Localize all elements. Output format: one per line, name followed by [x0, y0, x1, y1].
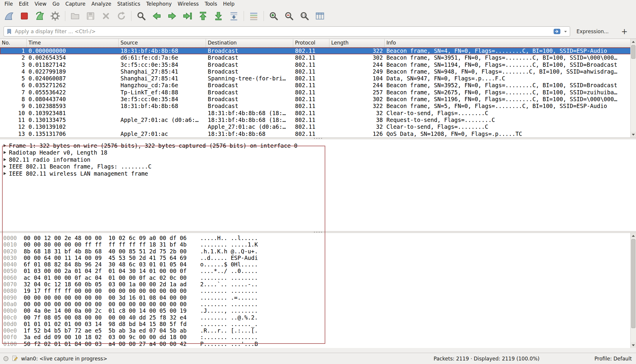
go-to-packet-button[interactable] — [180, 9, 195, 23]
detail-line-2[interactable]: Radiotap Header v0, Length 18 — [3, 149, 636, 156]
packet-row-7[interactable]: 70.055536422Tp-LinkT_ef:48:88Broadcast80… — [0, 89, 636, 96]
cell-info: Beacon frame, SN=1196, FN=0, Flags=.....… — [385, 96, 636, 103]
display-filter-field[interactable] — [4, 26, 570, 36]
detail-line-4[interactable]: IEEE 802.11 Beacon frame, Flags: .......… — [3, 163, 636, 170]
packet-row-8[interactable]: 80.0804437403e:f5:cc:0e:35:84Broadcast80… — [0, 96, 636, 103]
packet-row-2[interactable]: 20.002654354d6:61:fe:cd:7a:6eBroadcast80… — [0, 54, 636, 61]
find-packet-button[interactable] — [134, 9, 149, 23]
save-file-button[interactable] — [83, 9, 98, 23]
restart-capture-button[interactable] — [32, 9, 47, 23]
go-first-button[interactable] — [195, 9, 211, 23]
hex-row-0020[interactable]: 00208b 68 18 31 bf 4b 8b 68 40 00 85 51 … — [3, 248, 636, 255]
add-filter-button[interactable]: + — [619, 28, 629, 35]
packet-row-3[interactable]: 30.0118271423c:f5:cc:0e:35:84Broadcast80… — [0, 61, 636, 68]
packet-row-4[interactable]: 40.022799189Shanghai_27:85:41Broadcast80… — [0, 68, 636, 75]
hex-row-00d0[interactable]: 00d001 01 01 02 01 00 03 14 98 d8 bd b4 … — [3, 321, 636, 327]
scroll-down-button[interactable] — [631, 342, 636, 348]
resize-columns-button[interactable] — [312, 9, 328, 23]
menu-item-go[interactable]: Go — [50, 1, 63, 7]
expander-icon[interactable] — [4, 144, 6, 147]
menu-item-wireless[interactable]: Wireless — [175, 1, 202, 7]
go-forward-button[interactable] — [164, 9, 180, 23]
menu-item-statistics[interactable]: Statistics — [114, 1, 143, 7]
hex-row-00e0[interactable]: 00e01f 52 b4 b5 b7 72 ae e5 5b ab 3a ed … — [3, 327, 636, 334]
hex-row-00a0[interactable]: 00a000 00 00 00 00 00 00 00 00 00 00 00 … — [3, 301, 636, 307]
hex-row-0070[interactable]: 007032 04 0c 12 18 60 0b 05 03 00 1a 00 … — [3, 281, 636, 287]
zoom-out-button[interactable] — [281, 9, 297, 23]
filter-bookmark-icon[interactable] — [6, 28, 12, 35]
menu-item-telephony[interactable]: Telephony — [143, 1, 175, 7]
hex-row-0080[interactable]: 008019 17 ff ff ff 00 00 00 00 00 00 00 … — [3, 287, 636, 294]
zoom-original-button[interactable]: 1:1 — [297, 9, 312, 23]
column-header-info[interactable]: Info — [385, 39, 636, 47]
reload-button[interactable] — [114, 9, 129, 23]
expander-icon[interactable] — [4, 158, 6, 161]
expander-icon[interactable] — [4, 165, 6, 168]
scroll-down-button[interactable] — [631, 132, 636, 137]
scrollbar-thumb[interactable] — [631, 239, 635, 328]
hex-row-00f0[interactable]: 00f03a ed dd 09 00 10 18 02 03 00 9c 00 … — [3, 334, 636, 340]
detail-line-1[interactable]: Frame 1: 322 bytes on wire (2576 bits), … — [3, 142, 636, 149]
menu-item-capture[interactable]: Capture — [62, 1, 88, 7]
packet-row-11[interactable]: 110.130133475Apple_27:01:ac (d0:a6:…18:3… — [0, 117, 636, 123]
packet-row-1[interactable]: 10.00000000018:31:bf:4b:8b:68Broadcast80… — [0, 47, 636, 54]
hex-row-0060[interactable]: 0060ac 04 01 00 00 0f ac 04 01 00 00 0f … — [3, 274, 636, 281]
display-filter-input[interactable] — [15, 28, 551, 34]
hex-row-0100[interactable]: 010050 f2 02 01 01 84 00 03 a4 00 00 27 … — [3, 341, 636, 347]
packet-row-6[interactable]: 60.035271262Hangzhou_cd:7a:6eBroadcast80… — [0, 82, 636, 89]
packet-list-scrollbar[interactable] — [630, 39, 636, 137]
packet-row-10[interactable]: 100.10392348118:31:bf:4b:8b:68 (18:…802.… — [0, 110, 636, 117]
open-file-button[interactable] — [67, 9, 83, 23]
expander-icon[interactable] — [4, 151, 6, 154]
expert-info-icon[interactable] — [3, 356, 9, 362]
scrollbar-track[interactable] — [631, 44, 636, 132]
hex-row-0090[interactable]: 009000 00 00 00 00 00 00 00 00 3d 16 01 … — [3, 294, 636, 301]
hex-row-0000[interactable]: 000000 00 12 00 2e 48 00 00 10 02 6c 09 … — [3, 235, 636, 241]
scroll-up-button[interactable] — [631, 39, 636, 44]
hex-row-0050[interactable]: 005001 03 00 00 2a 01 04 2f 01 04 30 14 … — [3, 268, 636, 274]
go-last-button[interactable] — [211, 9, 226, 23]
capture-options-button[interactable] — [47, 9, 63, 23]
column-header-time[interactable]: Time — [27, 39, 119, 47]
scroll-up-button[interactable] — [631, 233, 636, 239]
hex-row-0040[interactable]: 00406f 01 08 82 84 8b 96 24 30 48 6c 03 … — [3, 261, 636, 268]
close-file-button[interactable] — [98, 9, 114, 23]
hex-scrollbar[interactable] — [630, 233, 636, 348]
stop-capture-button[interactable] — [17, 9, 32, 23]
auto-scroll-button[interactable] — [226, 9, 242, 23]
zoom-in-button[interactable] — [266, 9, 281, 23]
menu-item-view[interactable]: View — [31, 1, 49, 7]
go-back-button[interactable] — [149, 9, 164, 23]
column-header-length[interactable]: Length — [329, 39, 385, 47]
column-header-destination[interactable]: Destination — [206, 39, 293, 47]
hex-row-0010[interactable]: 001000 00 80 00 00 00 ff ff ff ff ff ff … — [3, 241, 636, 248]
scrollbar-thumb[interactable] — [631, 45, 635, 59]
menu-item-tools[interactable]: Tools — [202, 1, 220, 7]
expression-button[interactable]: Expression... — [577, 28, 609, 34]
hex-row-00c0[interactable]: 00c000 7f 08 05 00 08 00 00 00 00 40 dd … — [3, 314, 636, 321]
packet-row-13[interactable]: 130.135131706Apple_27:01:ac18:31:bf:4b:8… — [0, 131, 636, 137]
scrollbar-track[interactable] — [631, 239, 636, 342]
menu-item-analyze[interactable]: Analyze — [88, 1, 114, 7]
column-header-no[interactable]: No. — [0, 39, 27, 47]
detail-line-3[interactable]: 802.11 radio information — [3, 156, 636, 163]
start-capture-button[interactable] — [1, 9, 17, 23]
menu-item-help[interactable]: Help — [220, 1, 238, 7]
hex-row-00b0[interactable]: 00b000 4a 0e 14 00 0a 00 2c 01 c8 00 14 … — [3, 307, 636, 314]
filter-apply-icon[interactable] — [553, 28, 561, 35]
menu-item-edit[interactable]: Edit — [16, 1, 31, 7]
cell-source: 18:31:bf:4b:8b:68 — [119, 47, 206, 54]
column-header-protocol[interactable]: Protocol — [293, 39, 329, 47]
pane-splitter[interactable] — [0, 137, 636, 139]
hex-row-0030[interactable]: 003000 00 64 00 11 14 00 09 45 53 50 2d … — [3, 255, 636, 261]
expander-icon[interactable] — [4, 172, 6, 175]
filter-dropdown-icon[interactable] — [563, 30, 568, 34]
packet-row-5[interactable]: 50.024060087Shanghai_27:85:41Spanning-tr… — [0, 75, 636, 82]
colorize-button[interactable] — [246, 9, 261, 23]
detail-line-5[interactable]: IEEE 802.11 wireless LAN management fram… — [3, 170, 636, 177]
packet-row-9[interactable]: 90.10238859318:31:bf:4b:8b:68Broadcast80… — [0, 103, 636, 109]
packet-row-12[interactable]: 120.130139102Apple_27:01:ac (d0:a6:…802.… — [0, 123, 636, 130]
column-header-source[interactable]: Source — [119, 39, 206, 47]
menu-item-file[interactable]: File — [1, 1, 16, 7]
capture-file-properties-icon[interactable] — [12, 355, 18, 362]
